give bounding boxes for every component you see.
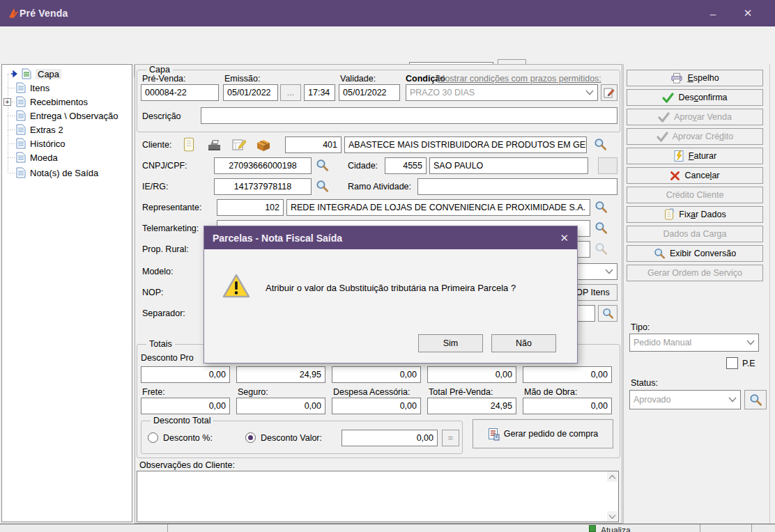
close-button[interactable]: ✕ [732, 0, 764, 26]
tree-connector [8, 75, 8, 173]
desconfirma-button[interactable]: Desconfirma [627, 89, 763, 106]
ie-rg-input[interactable]: 141737978118 [214, 178, 312, 195]
representante-search-button[interactable] [594, 201, 608, 214]
despesa-acessoria-input[interactable]: 0,00 [332, 398, 421, 414]
edit-form-icon[interactable] [231, 137, 247, 155]
emissao-date-input[interactable]: 05/01/2022 [223, 84, 278, 101]
representante-code-input[interactable]: 102 [217, 199, 284, 216]
cidade-code-input[interactable]: 4555 [385, 157, 427, 174]
status-search-button[interactable] [744, 390, 767, 409]
register-icon[interactable] [207, 138, 222, 154]
search-icon [594, 138, 607, 151]
emissao-time-input[interactable]: 17:34 [304, 84, 335, 101]
edit-condicao-button[interactable] [601, 84, 617, 101]
desconto-valor-radio[interactable] [245, 432, 256, 443]
cliente-nome-input[interactable]: ABASTECE MAIS DISTRIBUIDORA DE PRODUTOS … [344, 136, 587, 153]
totais-row1-input[interactable]: 24,95 [236, 366, 325, 383]
cidade-label: Cidade: [348, 161, 378, 171]
minimize-button[interactable]: – [697, 0, 729, 26]
search-icon [316, 180, 329, 193]
totais-row1-input[interactable]: 0,00 [523, 366, 612, 383]
check-icon [662, 93, 674, 103]
search-icon [602, 308, 614, 320]
parcelas-dialog: Parcelas - Nota Fiscal Saída ✕ Atribuir … [204, 226, 578, 363]
note-icon[interactable] [181, 136, 197, 155]
chevron-down-icon [585, 90, 594, 95]
representante-nome-input[interactable]: REDE INTEGRADA DE LOJAS DE CONVENIENCIA … [286, 199, 590, 216]
background-text-fragment: Atualiza [601, 526, 631, 532]
total-pre-venda-input[interactable]: 24,95 [427, 398, 516, 414]
validade-input[interactable]: 05/01/2022 [339, 84, 400, 101]
mao-de-obra-input[interactable]: 0,00 [523, 398, 612, 414]
seguro-label: Seguro: [238, 387, 268, 397]
tree-item-capa[interactable]: Capa [10, 68, 61, 80]
sim-button[interactable]: Sim [418, 334, 483, 352]
totais-row1-input[interactable]: 0,00 [332, 366, 421, 383]
desconto-pct-radio[interactable] [148, 432, 158, 443]
validade-label: Validade: [340, 74, 376, 84]
frete-input[interactable]: 0,00 [141, 398, 230, 414]
status-dropdown[interactable]: Aprovado [629, 390, 741, 409]
dialog-close-icon[interactable]: ✕ [560, 232, 569, 244]
totais-row1-input[interactable]: 0,00 [141, 366, 230, 383]
desconto-valor-input[interactable]: 0,00 [342, 430, 438, 446]
gerar-pedido-compra-button[interactable]: Gerar pedido de compra [473, 419, 613, 448]
printer-icon [670, 72, 683, 84]
totais-row1-input[interactable]: 0,00 [427, 366, 516, 383]
despesa-acessoria-label: Despesa Acessória: [333, 387, 410, 397]
descricao-input[interactable] [201, 107, 617, 124]
pe-checkbox[interactable] [726, 357, 738, 369]
condicao-dropdown[interactable]: PRAZO 30 DIAS [406, 84, 598, 101]
ramo-atividade-input[interactable] [417, 178, 617, 195]
tipo-dropdown[interactable]: Pedido Manual [629, 334, 759, 352]
separador-search-button[interactable] [598, 305, 617, 322]
tree-item-entrega-observacao[interactable]: Entrega \ Observação [16, 109, 118, 122]
status-label: Status: [631, 378, 658, 388]
equals-button[interactable]: = [442, 430, 459, 446]
current-arrow-icon [10, 70, 17, 78]
pre-venda-input[interactable]: 000084-22 [141, 84, 219, 101]
cliente-code-input[interactable]: 401 [285, 136, 342, 153]
emissao-ellipsis-button[interactable]: ... [280, 84, 301, 101]
mostrar-condicoes-link[interactable]: Mostrar condições com prazos permitidos: [438, 74, 601, 84]
representante-label: Representante: [142, 203, 201, 212]
telemarketing-search-button[interactable] [594, 221, 608, 235]
cliente-search-button[interactable] [594, 138, 607, 151]
cliente-label: Cliente: [142, 140, 171, 150]
tree-item-itens[interactable]: Itens [16, 81, 49, 94]
dialog-title-bar: Parcelas - Nota Fiscal Saída ✕ [204, 226, 577, 249]
check-icon [658, 112, 670, 123]
package-icon[interactable] [255, 137, 272, 155]
exibir-conversao-button[interactable]: Exibir Conversão [627, 245, 763, 262]
dados-da-carga-button[interactable]: Dados da Carga [627, 226, 763, 242]
search-icon [654, 248, 666, 260]
tree-item-extras-2[interactable]: Extras 2 [16, 123, 63, 136]
mao-de-obra-label: Mão de Obra: [524, 387, 577, 397]
descricao-label: Descrição [142, 111, 181, 121]
scroll-up-arrow[interactable] [607, 471, 617, 482]
aprovar-venda-button[interactable]: Aprovar Venda [627, 109, 763, 125]
tree-item-historico[interactable]: Histórico [16, 137, 66, 150]
cidade-nome-input[interactable]: SAO PAULO [429, 157, 588, 174]
tree-item-recebimentos[interactable]: Recebimentos [16, 95, 88, 108]
credito-cliente-button[interactable]: Crédito Cliente [627, 187, 763, 203]
cancelar-button[interactable]: Cancelar [627, 167, 763, 184]
faturar-button[interactable]: Faturar [627, 148, 763, 164]
tree-item-moeda[interactable]: Moeda [16, 151, 58, 164]
observacoes-textarea[interactable] [137, 471, 619, 522]
cidade-extra-button [598, 157, 617, 174]
fixar-dados-button[interactable]: Fixar Dados [627, 206, 763, 223]
ie-rg-search-button[interactable] [316, 180, 329, 193]
espelho-button[interactable]: Espelho [627, 70, 763, 86]
cnpj-search-button[interactable] [316, 159, 329, 172]
seguro-input[interactable]: 0,00 [236, 398, 325, 414]
prop-rural-search-button[interactable] [594, 242, 608, 256]
nao-button[interactable]: Não [491, 334, 556, 352]
tree-item-notas-de-saida[interactable]: Nota(s) de Saída [16, 166, 98, 179]
aprovar-credito-button[interactable]: Aprovar Crédito [627, 128, 763, 145]
tree-expand-recebimentos[interactable]: + [3, 98, 11, 106]
background-icon-fragment [589, 525, 596, 532]
scroll-down-arrow[interactable] [607, 511, 617, 522]
gerar-ordem-servico-button[interactable]: Gerar Ordem de Serviço [627, 265, 763, 281]
cnpj-input[interactable]: 27093666000198 [214, 157, 312, 174]
